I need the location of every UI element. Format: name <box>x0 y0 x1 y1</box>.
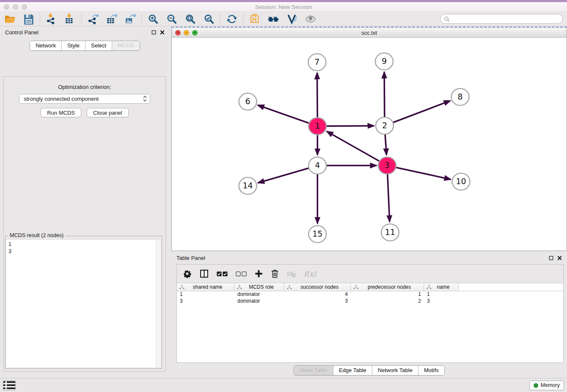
graph-node-8[interactable]: 8 <box>451 88 469 105</box>
columns-icon[interactable] <box>200 269 209 278</box>
show-hide-icon[interactable] <box>286 13 297 25</box>
network-frame-titlebar[interactable]: scc.txt ✕ – + <box>172 28 567 38</box>
graph-edge-3-11[interactable] <box>388 174 390 222</box>
graph-node-15[interactable]: 15 <box>308 226 326 243</box>
float-panel-icon[interactable] <box>151 30 156 35</box>
tab-motifs[interactable]: Motifs <box>418 366 444 375</box>
close-panel-icon[interactable] <box>160 30 165 35</box>
svg-text:15: 15 <box>312 229 322 238</box>
zoom-in-icon[interactable] <box>147 13 159 25</box>
export-table-icon[interactable] <box>106 13 117 25</box>
eye-icon[interactable] <box>305 13 316 25</box>
unchecked-pair-icon[interactable] <box>236 271 247 276</box>
tab-mcds[interactable]: MCDS <box>112 41 139 50</box>
column-header-MCDS-role[interactable]: MCDS role <box>234 283 284 291</box>
table-cell[interactable]: 3 <box>284 298 351 305</box>
table-cell[interactable]: 4 <box>284 291 351 298</box>
frame-minimize-button[interactable]: – <box>184 30 189 36</box>
table-cell[interactable]: 1 <box>351 291 424 298</box>
table-cell[interactable]: dominator <box>234 291 284 298</box>
zoom-out-icon[interactable] <box>166 13 177 25</box>
float-table-panel-icon[interactable] <box>549 256 553 260</box>
graph-edge-2-9[interactable] <box>384 72 385 117</box>
graph-node-14[interactable]: 14 <box>239 177 257 194</box>
task-history-button[interactable] <box>3 381 16 390</box>
tab-style[interactable]: Style <box>61 41 85 50</box>
refresh-icon[interactable] <box>226 13 237 25</box>
graph-edge-4-14[interactable] <box>258 168 309 183</box>
graph-node-11[interactable]: 11 <box>381 224 399 241</box>
tab-network-table[interactable]: Network Table <box>372 366 418 375</box>
graph-edge-1-2[interactable] <box>326 126 374 126</box>
tab-select[interactable]: Select <box>85 41 112 50</box>
zoom-fit-icon[interactable] <box>184 13 196 25</box>
graph-node-1[interactable]: 1 <box>308 118 326 135</box>
table-row[interactable]: 1dominator411 <box>177 291 563 298</box>
graph-node-9[interactable]: 9 <box>375 53 393 70</box>
search-input[interactable] <box>440 14 563 24</box>
column-header-shared-name[interactable]: shared name <box>177 283 234 291</box>
control-panel-title: Control Panel <box>5 29 39 36</box>
tab-edge-table[interactable]: Edge Table <box>333 366 372 375</box>
table-cell[interactable]: dominator <box>234 298 284 305</box>
graph-edge-3-10[interactable] <box>396 168 451 179</box>
window-titlebar: Session: New Session <box>0 2 567 12</box>
run-mcds-button[interactable]: Run MCDS <box>41 108 81 117</box>
svg-text:4: 4 <box>315 160 320 170</box>
graph-edge-2-3[interactable] <box>385 135 386 155</box>
close-panel-button[interactable]: Close panel <box>87 108 129 117</box>
import-network-icon[interactable] <box>46 13 57 25</box>
export-image-icon[interactable] <box>124 13 136 25</box>
graph-edge-1-7[interactable] <box>317 73 317 117</box>
svg-text:3: 3 <box>385 160 390 170</box>
column-header-name[interactable]: name <box>424 283 459 291</box>
save-session-icon[interactable] <box>23 13 34 25</box>
home-icon[interactable] <box>267 13 279 25</box>
optimization-criterion-label: Optimization criterion: <box>4 84 165 90</box>
table-cell[interactable]: 1 <box>177 291 234 298</box>
network-canvas[interactable]: 7968124314101511 <box>172 38 567 251</box>
graph-edge-1-6[interactable] <box>258 105 309 123</box>
table-cell[interactable]: 3 <box>424 298 459 305</box>
network-title: scc.txt <box>172 30 567 36</box>
table-cell[interactable]: 3 <box>177 298 234 305</box>
result-scrollbar[interactable] <box>156 240 161 367</box>
checked-pair-icon[interactable] <box>217 271 228 276</box>
graph-node-6[interactable]: 6 <box>239 93 257 110</box>
graph-edge-2-8[interactable] <box>393 101 450 123</box>
memory-button[interactable]: Memory <box>529 381 564 390</box>
close-table-panel-icon[interactable] <box>557 256 562 260</box>
column-header-successor-nodes[interactable]: successor nodes <box>284 283 351 291</box>
delete-table-icon <box>287 269 296 278</box>
optimization-criterion-select[interactable]: strongly connected component <box>19 94 150 104</box>
zoom-selected-icon[interactable] <box>203 13 215 25</box>
graph-node-10[interactable]: 10 <box>452 173 470 190</box>
graph-node-7[interactable]: 7 <box>308 54 326 71</box>
function-builder-icon: f(x) <box>304 270 316 278</box>
tab-network[interactable]: Network <box>30 41 61 50</box>
trash-icon[interactable] <box>271 269 279 278</box>
plus-icon[interactable] <box>255 270 263 278</box>
column-header-predecessor-nodes[interactable]: predecessor nodes <box>351 283 424 291</box>
table-cell[interactable]: 2 <box>351 298 424 305</box>
graph-edge-3-1[interactable] <box>327 131 380 161</box>
svg-text:14: 14 <box>243 181 253 190</box>
node-table: shared nameMCDS rolesuccessor nodesprede… <box>177 283 563 362</box>
frame-close-button[interactable]: ✕ <box>175 30 181 36</box>
graph-node-2[interactable]: 2 <box>376 117 394 134</box>
export-network-icon[interactable] <box>87 13 99 25</box>
table-row[interactable]: 3dominator323 <box>177 298 563 305</box>
graph-node-4[interactable]: 4 <box>308 157 326 174</box>
open-file-icon[interactable] <box>4 13 16 25</box>
first-neighbors-icon[interactable] <box>249 13 260 25</box>
graph-node-3[interactable]: 3 <box>378 157 396 174</box>
frame-maximize-button[interactable]: + <box>192 30 198 36</box>
toolbar-separator <box>220 14 220 25</box>
tab-node-table[interactable]: Node Table <box>294 366 333 375</box>
table-cell[interactable]: 1 <box>424 291 459 298</box>
import-table-icon[interactable] <box>64 13 76 25</box>
table-panel: Table Panel f(x) shared nameMCDS rolesuc… <box>171 253 567 378</box>
gear-icon[interactable] <box>183 269 192 278</box>
control-panel: Control Panel NetworkStyleSelectMCDS Opt… <box>0 26 170 378</box>
window-title: Session: New Session <box>0 4 567 10</box>
